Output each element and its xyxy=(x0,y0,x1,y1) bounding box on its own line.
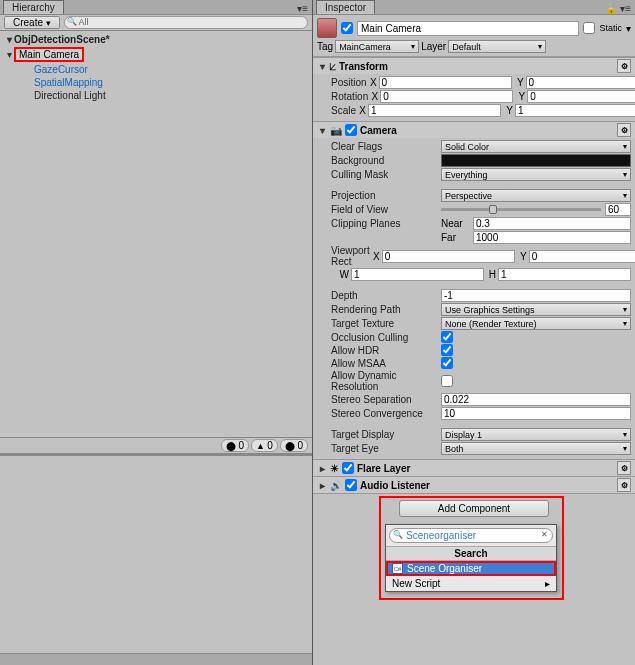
scene-row[interactable]: ▾ObjDetectionScene* xyxy=(0,33,312,46)
search-result-scene-organiser[interactable]: C#Scene Organiser xyxy=(386,561,556,576)
fov-field[interactable] xyxy=(605,203,631,216)
inspector-tab[interactable]: Inspector xyxy=(316,0,375,14)
tag-dropdown[interactable]: MainCamera xyxy=(335,40,419,53)
dynres-checkbox[interactable] xyxy=(441,375,453,387)
layer-label: Layer xyxy=(421,41,446,52)
culling-mask-dropdown[interactable]: Everything xyxy=(441,168,631,181)
create-button[interactable]: Create ▾ xyxy=(4,16,60,29)
x-field[interactable] xyxy=(368,104,501,117)
hierarchy-item-main-camera[interactable]: ▾Main Camera xyxy=(0,46,312,63)
depth-field[interactable] xyxy=(441,289,631,302)
active-checkbox[interactable] xyxy=(341,22,353,34)
projection-dropdown[interactable]: Perspective xyxy=(441,189,631,202)
foldout-icon[interactable]: ▾ xyxy=(4,49,14,60)
component-search-input[interactable]: Sceneorganiser xyxy=(389,528,553,543)
hierarchy-tab[interactable]: Hierarchy xyxy=(3,0,64,14)
hierarchy-tree: ▾ObjDetectionScene* ▾Main Camera GazeCur… xyxy=(0,31,312,437)
msaa-checkbox[interactable] xyxy=(441,357,453,369)
popup-title: Search xyxy=(386,546,556,561)
y-field[interactable] xyxy=(515,104,635,117)
target-eye-dropdown[interactable]: Both xyxy=(441,442,631,455)
tag-label: Tag xyxy=(317,41,333,52)
viewport-h[interactable] xyxy=(498,268,631,281)
near-field[interactable] xyxy=(473,217,631,230)
target-display-dropdown[interactable]: Display 1 xyxy=(441,428,631,441)
viewport-w[interactable] xyxy=(351,268,484,281)
foldout-icon[interactable]: ▸ xyxy=(317,480,327,491)
prop-label: Rotation xyxy=(331,91,368,102)
y-field[interactable] xyxy=(527,90,635,103)
far-field[interactable] xyxy=(473,231,631,244)
component-enable-checkbox[interactable] xyxy=(345,479,357,491)
panel-menu-icon[interactable]: 🔒 ▾≡ xyxy=(601,3,635,14)
camera-icon: 📷 xyxy=(330,125,342,136)
gear-icon[interactable]: ⚙ xyxy=(617,461,631,475)
target-texture-field[interactable]: None (Render Texture) xyxy=(441,317,631,330)
hierarchy-item[interactable]: GazeCursor xyxy=(0,63,312,76)
panel-menu-icon[interactable]: ▾≡ xyxy=(293,3,312,14)
stereo-conv-field[interactable] xyxy=(441,407,631,420)
gear-icon[interactable]: ⚙ xyxy=(617,478,631,492)
chevron-right-icon: ▸ xyxy=(545,578,550,589)
viewport-x[interactable] xyxy=(382,250,515,263)
status-badge: ⬤ 0 xyxy=(280,439,308,452)
x-field[interactable] xyxy=(380,90,513,103)
x-field[interactable] xyxy=(379,76,512,89)
component-enable-checkbox[interactable] xyxy=(345,124,357,136)
foldout-icon[interactable]: ▾ xyxy=(317,125,327,136)
hdr-checkbox[interactable] xyxy=(441,344,453,356)
y-field[interactable] xyxy=(526,76,635,89)
new-script-item[interactable]: New Script▸ xyxy=(386,576,556,591)
layer-dropdown[interactable]: Default xyxy=(448,40,546,53)
foldout-icon[interactable]: ▾ xyxy=(4,34,14,45)
script-icon: C# xyxy=(392,563,403,574)
gameobject-name-input[interactable] xyxy=(357,21,579,36)
component-enable-checkbox[interactable] xyxy=(342,462,354,474)
static-label: Static xyxy=(599,23,622,33)
audio-icon: 🔊 xyxy=(330,480,342,491)
rendering-path-dropdown[interactable]: Use Graphics Settings xyxy=(441,303,631,316)
prop-label: Position xyxy=(331,77,367,88)
clear-flags-dropdown[interactable]: Solid Color xyxy=(441,140,631,153)
foldout-icon[interactable]: ▸ xyxy=(317,463,327,474)
fov-slider[interactable] xyxy=(441,203,631,216)
gear-icon[interactable]: ⚙ xyxy=(617,123,631,137)
foldout-icon[interactable]: ▾ xyxy=(317,61,327,72)
hierarchy-item[interactable]: SpatialMapping xyxy=(0,76,312,89)
add-component-button[interactable]: Add Component xyxy=(399,500,549,517)
gameobject-icon[interactable] xyxy=(317,18,337,38)
status-badge: ⬤ 0 xyxy=(221,439,249,452)
transform-icon: ⟀ xyxy=(330,61,336,72)
prop-label: Scale xyxy=(331,105,356,116)
gear-icon[interactable]: ⚙ xyxy=(617,59,631,73)
add-component-popup: Sceneorganiser Search C#Scene Organiser … xyxy=(385,524,557,592)
flare-icon: ☀ xyxy=(330,463,339,474)
viewport-y[interactable] xyxy=(529,250,635,263)
static-checkbox[interactable] xyxy=(583,22,595,34)
hierarchy-item[interactable]: Directional Light xyxy=(0,89,312,102)
stereo-sep-field[interactable] xyxy=(441,393,631,406)
hierarchy-search-input[interactable]: All xyxy=(64,16,308,29)
status-badge: ▲ 0 xyxy=(251,439,278,452)
occlusion-checkbox[interactable] xyxy=(441,331,453,343)
static-dropdown-icon[interactable]: ▾ xyxy=(626,23,631,34)
background-color-field[interactable] xyxy=(441,154,631,167)
